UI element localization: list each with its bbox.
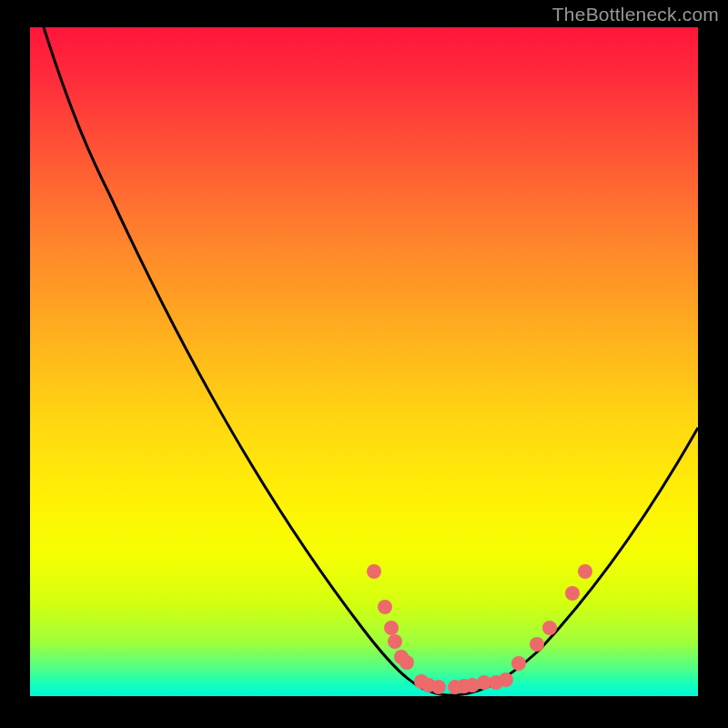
plot-area [30, 27, 698, 696]
data-point [384, 621, 399, 635]
bottleneck-curve [44, 27, 698, 695]
data-point [565, 586, 580, 601]
data-point [499, 672, 513, 687]
data-point [578, 564, 592, 579]
data-point [399, 655, 414, 670]
attribution-label: TheBottleneck.com [552, 4, 719, 25]
data-point [542, 621, 557, 635]
data-point [530, 637, 544, 652]
data-point [511, 656, 526, 671]
data-point [378, 600, 392, 614]
chart-canvas: TheBottleneck.com [0, 0, 728, 728]
data-point [431, 680, 446, 694]
data-point [367, 564, 381, 579]
data-point [388, 634, 402, 649]
chart-svg [30, 27, 698, 696]
